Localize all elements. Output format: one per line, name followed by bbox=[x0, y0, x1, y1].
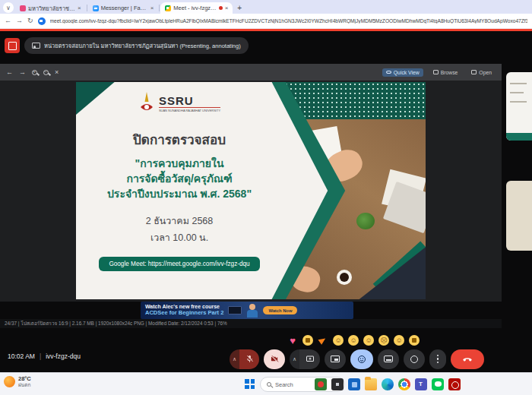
messenger-icon bbox=[93, 5, 99, 11]
thumbs-up-icon[interactable] bbox=[302, 335, 313, 346]
acdsee-status-bar: 24/37 | โปสเตอร์ปิดตรวจ 16:9 | 2.16.7 MB… bbox=[0, 319, 502, 328]
edge-icon[interactable] bbox=[382, 378, 394, 390]
camera-off-icon bbox=[271, 355, 279, 363]
acdsee-ad-banner[interactable]: Watch Alec's new free course ACDSee for … bbox=[141, 302, 353, 319]
more-options-button[interactable] bbox=[429, 349, 446, 369]
leave-call-button[interactable] bbox=[451, 349, 484, 369]
acdsee-canvas: SSRU SUAN SUNANDHA RAJABHAT UNIVERSITY ป… bbox=[0, 81, 502, 302]
mic-off-icon bbox=[245, 355, 254, 363]
raise-hand-icon bbox=[410, 356, 418, 363]
teams-icon[interactable] bbox=[415, 378, 427, 390]
tab2-close-icon[interactable]: × bbox=[150, 5, 154, 11]
camera-off-button[interactable] bbox=[264, 349, 285, 369]
weather-widget[interactable]: 28°C ฝนตก bbox=[4, 375, 31, 387]
presenting-banner-text: หน่วยตรวจสอบภายใน มหาวิทยาลัยราชภัฏสวนสุ… bbox=[44, 41, 241, 50]
url-text[interactable]: meet.google.com/ivv-fzgz-dqu?fbclid=IwY2… bbox=[50, 18, 527, 24]
start-button[interactable] bbox=[245, 379, 255, 389]
acdsee-close-icon[interactable]: × bbox=[55, 69, 59, 76]
weather-condition: ฝนตก bbox=[18, 382, 31, 387]
crying-face-icon[interactable]: ☹ bbox=[378, 335, 389, 346]
back-icon[interactable]: ← bbox=[5, 17, 11, 24]
pip-button[interactable] bbox=[325, 349, 346, 369]
app-icon-widgets[interactable] bbox=[331, 378, 344, 390]
browser-tab-bar: ∨ มหาวิทยาลัยราชภัฏสวนสุนันทา × Messenge… bbox=[0, 0, 532, 14]
weather-icon bbox=[4, 376, 15, 387]
browse-button[interactable]: Browse bbox=[429, 68, 462, 77]
zoom-out-icon[interactable] bbox=[43, 70, 49, 75]
stop-presenting-button[interactable] bbox=[5, 38, 20, 53]
app-icon-settings[interactable] bbox=[348, 378, 360, 390]
tab-search-icon[interactable]: ∨ bbox=[3, 2, 14, 13]
chrome-icon[interactable] bbox=[398, 378, 410, 390]
acrobat-icon[interactable] bbox=[448, 378, 461, 390]
meeting-code: ivv-fzgz-dqu bbox=[46, 352, 81, 360]
meet-main-area: หน่วยตรวจสอบภายใน มหาวิทยาลัยราชภัฏสวนสุ… bbox=[0, 31, 532, 372]
pip-icon bbox=[331, 356, 340, 362]
quick-view-button[interactable]: Quick View bbox=[382, 68, 423, 77]
browse-icon bbox=[433, 70, 439, 74]
line-app-icon[interactable] bbox=[432, 378, 444, 390]
tab-meet-active[interactable]: Meet - ivv-fzgz-dqu × bbox=[160, 2, 233, 14]
clapping-hands-icon[interactable]: ☺ bbox=[333, 335, 344, 346]
reactions-button[interactable] bbox=[350, 349, 373, 369]
tab1-title: มหาวิทยาลัยราชภัฏสวนสุนันทา bbox=[28, 4, 75, 13]
camera-in-use-indicator bbox=[219, 6, 223, 10]
sparkling-heart-icon[interactable]: ♥ bbox=[287, 335, 298, 346]
tab3-close-icon[interactable]: × bbox=[225, 5, 229, 11]
new-tab-button[interactable]: + bbox=[237, 4, 242, 12]
meet-bottom-bar: 10:02 AM | ivv-fzgz-dqu ♥ ☺ ☺ ☺ ☹ ☺ ∧ bbox=[0, 333, 532, 372]
raise-hand-button[interactable] bbox=[404, 349, 425, 369]
smiley-icon bbox=[357, 355, 366, 364]
slide-title: ปิดการตรวจสอบ bbox=[133, 129, 226, 150]
ad-watch-button[interactable]: Watch Now bbox=[263, 306, 297, 314]
participant-tile[interactable] bbox=[506, 181, 532, 251]
ad-presenter-image bbox=[246, 304, 258, 318]
presenting-banner: หน่วยตรวจสอบภายใน มหาวิทยาลัยราชภัฏสวนสุ… bbox=[24, 37, 249, 54]
presentation-slide: SSRU SUAN SUNANDHA RAJABHAT UNIVERSITY ป… bbox=[76, 82, 426, 299]
mic-options-chevron[interactable]: ∧ bbox=[230, 349, 239, 369]
clock: 10:02 AM bbox=[8, 352, 35, 360]
more-vert-icon bbox=[437, 355, 439, 364]
open-button[interactable]: Open bbox=[467, 68, 496, 77]
reactions-bar: ♥ ☺ ☺ ☺ ☹ ☺ bbox=[287, 335, 420, 346]
divider: | bbox=[40, 352, 41, 360]
screen-share-button[interactable] bbox=[299, 349, 320, 369]
forward-icon[interactable]: → bbox=[16, 17, 23, 24]
slide-time: เวลา 10.00 น. bbox=[150, 230, 208, 245]
participant-tile[interactable] bbox=[506, 72, 532, 141]
tab-ssru-site[interactable]: มหาวิทยาลัยราชภัฏสวนสุนันทา × bbox=[15, 2, 86, 14]
slide-date: 2 ธันวาคม 2568 bbox=[146, 213, 214, 229]
acdsee-back-icon[interactable]: ← bbox=[6, 69, 13, 76]
ssru-logo: SSRU SUAN SUNANDHA RAJABHAT UNIVERSITY bbox=[138, 87, 220, 120]
tab-messenger[interactable]: Messenger | Facebook × bbox=[88, 2, 159, 14]
zoom-in-icon[interactable] bbox=[32, 70, 37, 75]
app-icon-photos[interactable] bbox=[315, 378, 327, 390]
shared-acdsee-window: ← → × Quick View Browse Ope bbox=[0, 64, 502, 328]
file-explorer-icon[interactable] bbox=[365, 378, 377, 390]
cast-icon bbox=[32, 43, 40, 49]
joy-face-icon[interactable]: ☺ bbox=[348, 335, 359, 346]
tab-separator bbox=[87, 5, 87, 11]
acdsee-forward-icon[interactable]: → bbox=[19, 69, 26, 76]
tab2-title: Messenger | Facebook bbox=[101, 5, 148, 11]
captions-icon bbox=[384, 356, 393, 362]
ssru-subtitle: SUAN SUNANDHA RAJABHAT UNIVERSITY bbox=[159, 107, 220, 112]
tab1-close-icon[interactable]: × bbox=[78, 5, 81, 11]
windows-taskbar: 28°C ฝนตก Search bbox=[0, 372, 532, 395]
open-icon bbox=[471, 70, 477, 74]
meeting-info: 10:02 AM | ivv-fzgz-dqu bbox=[8, 352, 81, 360]
captions-button[interactable] bbox=[378, 349, 399, 369]
ssru-logo-mark bbox=[138, 92, 155, 115]
thumbs-down-icon[interactable] bbox=[409, 335, 420, 346]
screen: ∨ มหาวิทยาลัยราชภัฏสวนสุนันทา × Messenge… bbox=[0, 0, 532, 395]
ad-laptop-image bbox=[228, 306, 242, 314]
eye-icon bbox=[386, 71, 391, 74]
party-popper-icon[interactable] bbox=[318, 335, 328, 346]
mic-off-button[interactable] bbox=[239, 349, 259, 369]
astonished-face-icon[interactable]: ☺ bbox=[363, 335, 374, 346]
present-options-chevron[interactable]: ∧ bbox=[290, 349, 299, 369]
reload-icon[interactable]: ↻ bbox=[27, 17, 33, 24]
ad-row: Watch Alec's new free course ACDSee for … bbox=[0, 302, 502, 319]
thinking-face-icon[interactable]: ☺ bbox=[394, 335, 404, 346]
search-icon bbox=[267, 382, 271, 387]
